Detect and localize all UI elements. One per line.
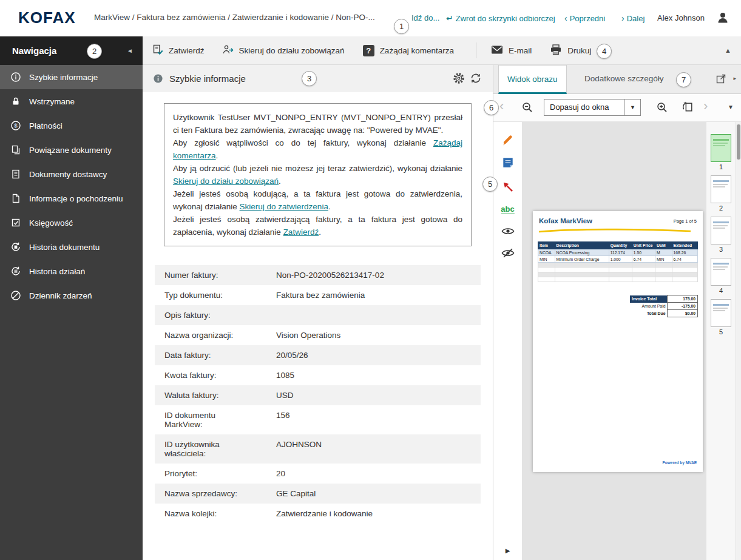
thumbnail-number: 3: [711, 246, 731, 253]
approve-button[interactable]: Zatwierdź: [152, 44, 205, 57]
print-button[interactable]: Drukuj: [550, 44, 591, 57]
field-row: Numer faktury:Non-PO-20200526213417-02: [155, 265, 481, 285]
sticky-note-icon[interactable]: [501, 156, 515, 169]
thumbnail-page-1[interactable]: 1: [711, 134, 731, 170]
field-value: Zatwierdzanie i kodowanie: [276, 509, 481, 518]
request-comment-label: Zażądaj komentarza: [380, 46, 454, 55]
sidebar-item-informacje-o-pochodzeniu[interactable]: Informacje o pochodzeniu: [0, 186, 143, 211]
thumbnail-number: 5: [711, 328, 731, 336]
sidebar-item-platnosci[interactable]: $ Płatności: [0, 113, 143, 138]
viewer-menu-caret-icon[interactable]: ▸: [733, 75, 736, 81]
sidebar-item-ksiegowosc[interactable]: Księgowość: [0, 211, 143, 235]
toolbar-collapse-icon[interactable]: ▲: [725, 47, 731, 54]
invoice-table-row: MINMinimum Order Charge1.0006.74MIN6.74: [538, 256, 698, 263]
route-person-icon: [223, 44, 234, 57]
sidebar-item-historia-dzialan[interactable]: Historia działań: [0, 259, 143, 283]
thumbnail-number: 1: [711, 163, 731, 170]
instruction-paragraph: Aby ją odrzucić (lub jeżeli nie możesz j…: [173, 162, 462, 187]
sidebar-item-powiazane-dokumenty[interactable]: Powiązane dokumenty: [0, 138, 143, 162]
thumbnail-image: [711, 299, 731, 327]
sidebar-item-label: Historia dokumentu: [29, 243, 100, 252]
viewer-more-caret-icon[interactable]: ▼: [728, 104, 734, 110]
hide-annotations-eye-slash-icon[interactable]: [501, 248, 515, 261]
sidebar-item-label: Powiązane dokumenty: [29, 146, 112, 155]
field-value: 156: [276, 411, 481, 429]
approve-link[interactable]: Zatwierdź: [283, 228, 319, 237]
open-in-new-window-icon[interactable]: [716, 73, 726, 84]
user-profile-icon[interactable]: [716, 11, 729, 24]
zoom-level-select[interactable]: Dopasuj do okna ▼: [544, 99, 641, 116]
return-to-inbox-link[interactable]: ↵Zwrot do skrzynki odbiorczej: [446, 13, 555, 23]
document-preview-area[interactable]: Kofax MarkView Page 1 of 5 ItemDescripti…: [523, 122, 706, 560]
page-back-icon[interactable]: ‹: [499, 98, 504, 114]
go-to-link[interactable]: Idź do...: [411, 13, 439, 22]
field-label: Numer faktury:: [164, 271, 276, 280]
arrow-annotation-icon[interactable]: [501, 180, 515, 194]
email-button[interactable]: E-mail: [491, 45, 532, 56]
tab-dodatkowe-szczegoly[interactable]: Dodatkowe szczegóły: [576, 65, 672, 94]
route-to-ap-link[interactable]: Skieruj do działu zobowiązań: [173, 177, 279, 186]
thumbnails-scrollbar[interactable]: [736, 122, 741, 560]
rotate-page-icon[interactable]: [682, 101, 694, 113]
next-link[interactable]: ›Dalej: [621, 13, 645, 23]
field-label: Nazwa organizacji:: [164, 331, 276, 340]
show-annotations-eye-icon[interactable]: [501, 226, 515, 240]
quick-info-panel: Użytkownik TestUser MVT_NONPO_ENTRY (MVT…: [143, 92, 493, 560]
field-value: AJOHNSON: [276, 440, 481, 458]
field-row: ID dokumentu MarkView:156: [155, 405, 481, 434]
field-label: Waluta faktury:: [164, 391, 276, 400]
field-value: Faktura bez zamówienia: [276, 291, 481, 300]
invoice-line-items-table: ItemDescriptionQuantityUnit PriceUoMExte…: [538, 241, 698, 282]
zoom-out-icon[interactable]: [521, 101, 533, 113]
sidebar-item-szybkie-informacje[interactable]: Szybkie informacje: [0, 65, 143, 89]
route-to-approval-link[interactable]: Skieruj do zatwierdzenia: [240, 202, 328, 211]
thumbnail-page-4[interactable]: 4: [711, 258, 731, 294]
page-forward-icon[interactable]: ›: [703, 98, 708, 114]
page-thumbnails-panel: 1 2 3 4 5: [706, 122, 736, 560]
invoice-total-row: Amount Paid-175.00: [630, 303, 698, 310]
zoom-in-icon[interactable]: [656, 101, 668, 113]
scrollbar-thumb[interactable]: [737, 124, 740, 160]
field-value: 20: [276, 469, 481, 478]
lock-icon: [10, 96, 21, 107]
text-annotation-icon[interactable]: abc: [501, 204, 514, 214]
invoice-page: Kofax MarkView Page 1 of 5 ItemDescripti…: [533, 211, 703, 472]
refresh-icon[interactable]: [470, 72, 482, 84]
navigation-sidebar: Nawigacja ◄ Szybkie informacje Wstrzyman…: [0, 36, 143, 560]
invoice-table-empty-row: [538, 263, 698, 268]
gear-icon[interactable]: [453, 72, 465, 84]
image-viewer-panel: Widok obrazu Dodatkowe szczegóły ▸ ‹ Dop…: [493, 65, 741, 560]
field-row: Opis faktury:: [155, 305, 481, 325]
sidebar-collapse-icon[interactable]: ◄: [127, 36, 133, 65]
annotation-expand-icon[interactable]: ▶: [506, 547, 510, 554]
quick-info-icon: [153, 73, 163, 84]
instruction-paragraph: Aby zgłosić wątpliwości co do tej faktur…: [173, 137, 462, 162]
field-label: Data faktury:: [164, 351, 276, 360]
event-log-icon: [10, 290, 21, 301]
field-label: Priorytet:: [164, 469, 276, 478]
zoom-select-caret-icon[interactable]: ▼: [624, 100, 640, 115]
thumbnail-page-2[interactable]: 2: [711, 175, 731, 212]
route-to-ap-button[interactable]: Skieruj do działu zobowiązań: [223, 44, 345, 57]
highlighter-pen-icon[interactable]: [501, 133, 515, 146]
invoice-table-header-row: ItemDescriptionQuantityUnit PriceUoMExte…: [538, 242, 698, 249]
field-value: 1085: [276, 371, 481, 380]
thumbnail-page-3[interactable]: 3: [711, 217, 731, 253]
markview-app: KOFAX MarkView / Faktura bez zamówienia …: [0, 0, 741, 560]
thumbnail-page-5[interactable]: 5: [711, 299, 731, 336]
tab-widok-obrazu[interactable]: Widok obrazu: [498, 65, 567, 94]
sidebar-item-wstrzymane[interactable]: Wstrzymane: [0, 89, 143, 113]
callout-7: 7: [676, 72, 691, 87]
viewer-body: abc ▶ Kofax MarkView Page 1 of 5 ItemDes…: [493, 122, 741, 560]
sidebar-item-dokumenty-dostawcy[interactable]: Dokumenty dostawcy: [0, 162, 143, 186]
viewer-toolbar: ‹ Dopasuj do okna ▼ › ▼: [493, 94, 741, 122]
sidebar-item-dziennik-zdarzen[interactable]: Dziennik zdarzeń: [0, 283, 143, 308]
invoice-table-empty-row: [538, 277, 698, 282]
sidebar-item-historia-dokumentu[interactable]: Historia dokumentu: [0, 235, 143, 259]
request-comment-button[interactable]: ? Zażądaj komentarza: [363, 45, 454, 56]
invoice-brand: Kofax MarkView: [539, 217, 592, 224]
field-value: USD: [276, 391, 481, 400]
quick-info-header: Szybkie informacje: [143, 65, 493, 93]
previous-link[interactable]: ‹Poprzedni: [564, 13, 605, 23]
callout-1: 1: [394, 19, 409, 34]
